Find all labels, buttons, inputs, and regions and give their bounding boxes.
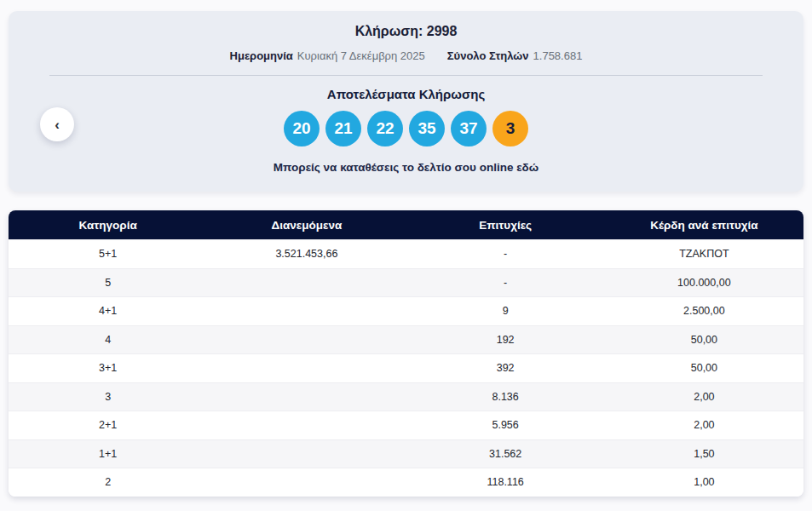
table-row: 4+192.500,00 [9,296,803,325]
table-cell: - [406,248,605,260]
total-columns-value: 1.758.681 [533,49,583,62]
winning-number-ball: 37 [451,111,487,146]
results-heading: Αποτελέσματα Κλήρωσης [9,87,803,101]
table-cell: 50,00 [605,334,803,346]
total-columns-label: Σύνολο Στηλών [447,49,529,62]
table-cell: 100.000,00 [605,277,803,289]
bonus-number-ball: 3 [492,111,528,146]
table-header-cell: Επιτυχίες [406,219,605,232]
table-cell: 4 [9,334,207,346]
table-cell: 1,50 [605,448,803,460]
table-cell: 1,00 [605,476,803,488]
winning-number-ball: 21 [325,111,361,146]
table-cell: 118.116 [406,476,605,488]
table-row: 5+13.521.453,66-ΤΖΑΚΠΟΤ [9,239,803,268]
table-cell: 1+1 [9,448,207,460]
prize-table: ΚατηγορίαΔιανεμόμεναΕπιτυχίεςΚέρδη ανά ε… [9,210,803,497]
table-row: 1+131.5621,50 [9,439,803,468]
table-cell: - [406,277,605,289]
table-cell: 8.136 [406,391,605,403]
table-row: 2118.1161,00 [9,468,803,497]
table-cell: ΤΖΑΚΠΟΤ [605,248,803,260]
table-cell: 2,00 [605,419,803,431]
winning-number-ball: 20 [284,111,320,146]
total-columns: Σύνολο Στηλών1.758.681 [447,49,583,62]
table-header-cell: Κέρδη ανά επιτυχία [605,219,803,232]
chevron-left-icon: ‹ [55,118,60,132]
table-cell: 2,00 [605,391,803,403]
draw-title: Κλήρωση: 2998 [9,24,803,39]
table-cell: 392 [406,362,605,374]
table-cell: 5 [9,277,207,289]
card-divider [49,75,763,76]
table-row: 3+139250,00 [9,353,803,382]
winning-number-ball: 22 [367,111,403,146]
table-cell: 2.500,00 [605,305,803,317]
table-cell: 3.521.453,66 [207,248,406,260]
table-row: 2+15.9562,00 [9,411,803,439]
table-cell: 31.562 [406,448,605,460]
table-cell: 9 [406,305,605,317]
draw-date: ΗμερομηνίαΚυριακή 7 Δεκέμβρη 2025 [230,49,425,62]
prize-table-header: ΚατηγορίαΔιανεμόμεναΕπιτυχίεςΚέρδη ανά ε… [9,210,803,239]
table-cell: 3 [9,391,207,403]
results-table-body: 5+13.521.453,66-ΤΖΑΚΠΟΤ5-100.000,004+192… [9,239,803,497]
table-cell: 2 [9,476,207,488]
submit-online-link[interactable]: Μπορείς να καταθέσεις το δελτίο σου onli… [9,161,803,174]
table-cell: 5+1 [9,248,207,260]
draw-date-value: Κυριακή 7 Δεκέμβρη 2025 [297,49,425,62]
table-cell: 5.956 [406,419,605,431]
table-cell: 2+1 [9,419,207,431]
winning-number-ball: 35 [409,111,445,146]
table-cell: 50,00 [605,362,803,374]
table-header-cell: Κατηγορία [9,219,207,232]
table-cell: 4+1 [9,305,207,317]
draw-summary-card: Κλήρωση: 2998 ΗμερομηνίαΚυριακή 7 Δεκέμβ… [9,11,803,192]
draw-meta-row: ΗμερομηνίαΚυριακή 7 Δεκέμβρη 2025 Σύνολο… [9,49,803,62]
table-cell: 192 [406,334,605,346]
previous-draw-button[interactable]: ‹ [40,107,74,141]
winning-numbers-row: 20212235373 [9,111,803,146]
table-row: 38.1362,00 [9,382,803,411]
draw-date-label: Ημερομηνία [230,49,293,62]
table-row: 5-100.000,00 [9,268,803,297]
table-row: 419250,00 [9,325,803,354]
table-cell: 3+1 [9,362,207,374]
table-header-cell: Διανεμόμενα [207,219,406,232]
